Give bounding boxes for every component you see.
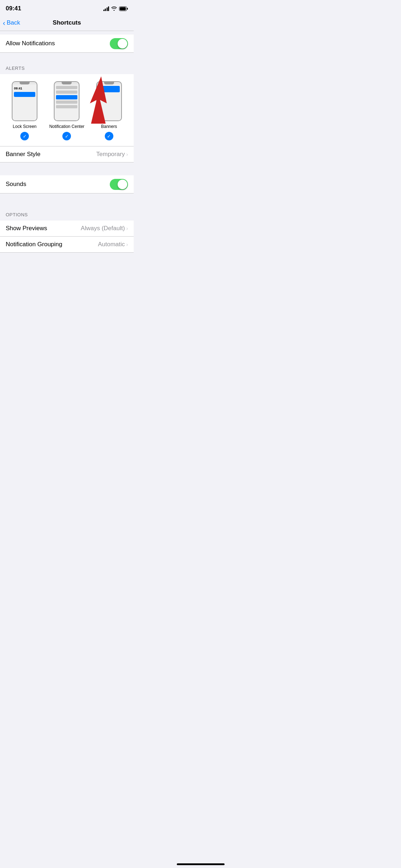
phone-notch	[20, 82, 30, 84]
notification-grouping-value: Automatic ›	[98, 241, 128, 248]
banner-style-row[interactable]: Banner Style Temporary ›	[0, 146, 134, 162]
options-header: OPTIONS	[0, 206, 134, 221]
notification-center-check[interactable]: ✓	[62, 132, 71, 140]
status-time: 09:41	[6, 5, 21, 12]
signal-icon	[103, 6, 109, 11]
section-spacer-3	[0, 193, 134, 206]
phone-notch-nc	[62, 82, 72, 84]
lock-screen-option[interactable]: 09:41 Lock Screen ✓	[7, 81, 42, 140]
lock-notification	[14, 92, 35, 97]
show-previews-chevron: ›	[126, 226, 128, 231]
sounds-toggle[interactable]	[110, 179, 128, 190]
back-chevron-icon: ‹	[3, 19, 5, 26]
allow-notifications-label: Allow Notifications	[6, 40, 55, 47]
bottom-fill	[0, 253, 134, 324]
wifi-icon	[111, 6, 117, 11]
show-previews-row[interactable]: Show Previews Always (Default) ›	[0, 221, 134, 236]
notification-grouping-row[interactable]: Notification Grouping Automatic ›	[0, 237, 134, 252]
status-bar: 09:41	[0, 0, 134, 16]
banner-style-label: Banner Style	[6, 151, 40, 158]
banner-notification	[98, 86, 120, 92]
page-title: Shortcuts	[53, 19, 81, 26]
alerts-header: ALERTS	[0, 60, 134, 74]
lock-screen-mockup: 09:41	[12, 81, 37, 121]
back-label: Back	[7, 19, 20, 26]
alerts-label: ALERTS	[6, 66, 25, 71]
notification-center-mockup	[54, 81, 79, 121]
banner-style-current: Temporary	[96, 151, 125, 158]
nc-bar-2	[56, 91, 77, 94]
show-previews-label: Show Previews	[6, 225, 47, 232]
navigation-bar: ‹ Back Shortcuts	[0, 16, 134, 31]
banners-screen-display	[97, 84, 121, 120]
alerts-container: 09:41 Lock Screen ✓ Notification Center	[0, 74, 134, 146]
notification-grouping-label: Notification Grouping	[6, 241, 62, 248]
sounds-row: Sounds	[0, 175, 134, 193]
back-button[interactable]: ‹ Back	[3, 19, 20, 26]
show-previews-current: Always (Default)	[81, 225, 125, 232]
notification-center-option[interactable]: Notification Center ✓	[49, 81, 84, 140]
options-label: OPTIONS	[6, 212, 28, 217]
banners-label: Banners	[101, 124, 117, 129]
alert-options: 09:41 Lock Screen ✓ Notification Center	[0, 81, 134, 140]
battery-icon	[119, 6, 128, 11]
allow-notifications-row: Allow Notifications	[0, 35, 134, 52]
lock-time: 09:41	[14, 86, 35, 91]
allow-notifications-toggle[interactable]	[110, 38, 128, 49]
svg-rect-1	[127, 8, 128, 10]
nc-bar-blue	[56, 95, 77, 99]
notification-center-label: Notification Center	[49, 124, 84, 129]
notification-grouping-current: Automatic	[98, 241, 125, 248]
nc-bar-1	[56, 86, 77, 89]
nc-screen-display	[55, 84, 79, 120]
banners-option[interactable]: Banners ✓	[91, 81, 127, 140]
banners-mockup	[96, 81, 122, 121]
nc-bar-3	[56, 100, 77, 104]
lock-screen-label: Lock Screen	[13, 124, 37, 129]
lock-screen-check[interactable]: ✓	[20, 132, 29, 140]
banners-check[interactable]: ✓	[105, 132, 113, 140]
banner-style-value: Temporary ›	[96, 151, 128, 158]
section-spacer-2	[0, 162, 134, 175]
sounds-label: Sounds	[6, 181, 26, 188]
nc-bar-4	[56, 105, 77, 108]
show-previews-value: Always (Default) ›	[81, 225, 128, 232]
notification-grouping-chevron: ›	[126, 242, 128, 247]
lock-screen-display: 09:41	[12, 84, 37, 120]
banner-style-chevron: ›	[126, 151, 128, 157]
svg-rect-2	[120, 7, 126, 10]
sounds-toggle-knob	[118, 180, 127, 189]
group-spacer	[0, 31, 134, 35]
toggle-knob	[118, 39, 127, 48]
phone-notch-banners	[104, 82, 114, 84]
section-spacer	[0, 53, 134, 60]
status-icons	[103, 6, 128, 11]
